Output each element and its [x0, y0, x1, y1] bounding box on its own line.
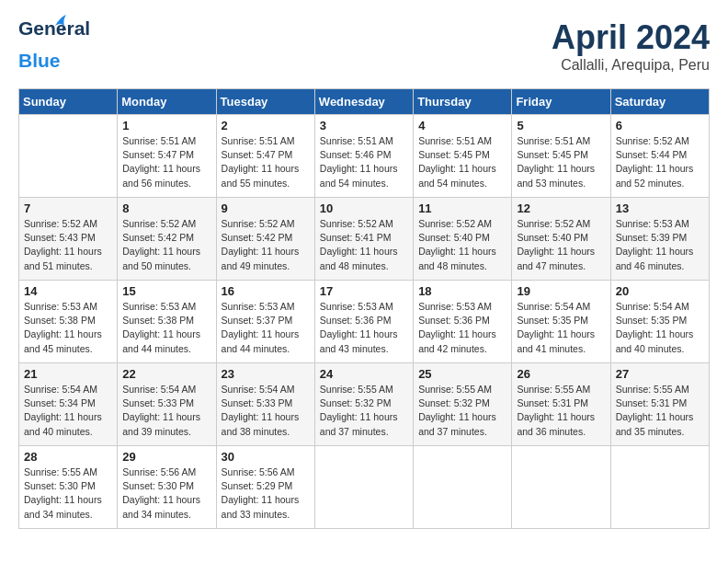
calendar-day-cell: 5Sunrise: 5:51 AM Sunset: 5:45 PM Daylig… — [512, 115, 610, 198]
day-info: Sunrise: 5:54 AM Sunset: 5:35 PM Dayligh… — [517, 300, 605, 356]
calendar-day-cell — [314, 446, 413, 529]
calendar-day-cell — [610, 446, 709, 529]
day-number: 29 — [122, 450, 210, 464]
day-info: Sunrise: 5:52 AM Sunset: 5:42 PM Dayligh… — [222, 217, 310, 273]
day-number: 12 — [517, 201, 605, 215]
calendar-day-cell — [19, 115, 118, 198]
calendar-day-cell: 7Sunrise: 5:52 AM Sunset: 5:43 PM Daylig… — [19, 198, 118, 281]
day-number: 28 — [24, 450, 112, 464]
day-number: 13 — [616, 201, 704, 215]
calendar-day-cell: 22Sunrise: 5:54 AM Sunset: 5:33 PM Dayli… — [118, 363, 216, 446]
day-number: 17 — [320, 284, 408, 298]
calendar-day-cell: 14Sunrise: 5:53 AM Sunset: 5:38 PM Dayli… — [19, 281, 118, 363]
day-number: 22 — [122, 367, 210, 381]
day-info: Sunrise: 5:53 AM Sunset: 5:36 PM Dayligh… — [418, 300, 506, 356]
day-info: Sunrise: 5:55 AM Sunset: 5:31 PM Dayligh… — [517, 383, 605, 439]
calendar-day-cell: 8Sunrise: 5:52 AM Sunset: 5:42 PM Daylig… — [118, 198, 216, 281]
calendar-day-cell: 18Sunrise: 5:53 AM Sunset: 5:36 PM Dayli… — [414, 281, 512, 363]
weekday-header: Thursday — [414, 89, 512, 115]
month-title: April 2024 — [552, 18, 710, 57]
day-info: Sunrise: 5:52 AM Sunset: 5:41 PM Dayligh… — [320, 217, 408, 273]
calendar-week-row: 14Sunrise: 5:53 AM Sunset: 5:38 PM Dayli… — [19, 281, 710, 363]
day-number: 15 — [122, 284, 210, 298]
day-number: 26 — [517, 367, 605, 381]
weekday-header: Wednesday — [314, 89, 413, 115]
logo: General Blue — [18, 18, 61, 72]
calendar-day-cell: 24Sunrise: 5:55 AM Sunset: 5:32 PM Dayli… — [314, 363, 413, 446]
calendar-week-row: 21Sunrise: 5:54 AM Sunset: 5:34 PM Dayli… — [19, 363, 710, 446]
logo-blue: Blue — [18, 50, 61, 72]
day-number: 5 — [517, 119, 605, 132]
day-info: Sunrise: 5:53 AM Sunset: 5:39 PM Dayligh… — [616, 217, 704, 273]
calendar-day-cell — [414, 446, 512, 529]
calendar-day-cell: 27Sunrise: 5:55 AM Sunset: 5:31 PM Dayli… — [610, 363, 709, 446]
calendar-day-cell: 6Sunrise: 5:52 AM Sunset: 5:44 PM Daylig… — [610, 115, 709, 198]
weekday-header: Sunday — [19, 89, 118, 115]
day-info: Sunrise: 5:55 AM Sunset: 5:32 PM Dayligh… — [418, 383, 506, 439]
day-number: 7 — [24, 201, 112, 215]
day-info: Sunrise: 5:55 AM Sunset: 5:32 PM Dayligh… — [320, 383, 408, 439]
day-number: 14 — [24, 284, 112, 298]
calendar-day-cell: 25Sunrise: 5:55 AM Sunset: 5:32 PM Dayli… — [414, 363, 512, 446]
calendar-week-row: 7Sunrise: 5:52 AM Sunset: 5:43 PM Daylig… — [19, 198, 710, 281]
day-number: 27 — [616, 367, 704, 381]
calendar-day-cell: 16Sunrise: 5:53 AM Sunset: 5:37 PM Dayli… — [216, 281, 314, 363]
calendar-week-row: 1Sunrise: 5:51 AM Sunset: 5:47 PM Daylig… — [19, 115, 710, 198]
day-number: 1 — [122, 119, 210, 132]
day-number: 6 — [616, 119, 704, 132]
day-number: 18 — [418, 284, 506, 298]
day-info: Sunrise: 5:55 AM Sunset: 5:31 PM Dayligh… — [616, 383, 704, 439]
day-info: Sunrise: 5:53 AM Sunset: 5:37 PM Dayligh… — [222, 300, 310, 356]
day-info: Sunrise: 5:51 AM Sunset: 5:45 PM Dayligh… — [418, 134, 506, 190]
day-number: 9 — [222, 201, 310, 215]
day-info: Sunrise: 5:53 AM Sunset: 5:38 PM Dayligh… — [122, 300, 210, 356]
weekday-header: Tuesday — [216, 89, 314, 115]
calendar-day-cell: 10Sunrise: 5:52 AM Sunset: 5:41 PM Dayli… — [314, 198, 413, 281]
day-number: 21 — [24, 367, 112, 381]
title-block: April 2024 Callalli, Arequipa, Peru — [552, 18, 710, 74]
calendar-day-cell: 9Sunrise: 5:52 AM Sunset: 5:42 PM Daylig… — [216, 198, 314, 281]
calendar-day-cell: 26Sunrise: 5:55 AM Sunset: 5:31 PM Dayli… — [512, 363, 610, 446]
day-info: Sunrise: 5:51 AM Sunset: 5:46 PM Dayligh… — [320, 134, 408, 190]
day-number: 10 — [320, 201, 408, 215]
day-number: 20 — [616, 284, 704, 298]
calendar-day-cell: 13Sunrise: 5:53 AM Sunset: 5:39 PM Dayli… — [610, 198, 709, 281]
day-info: Sunrise: 5:51 AM Sunset: 5:47 PM Dayligh… — [222, 134, 310, 190]
calendar-day-cell: 1Sunrise: 5:51 AM Sunset: 5:47 PM Daylig… — [118, 115, 216, 198]
day-info: Sunrise: 5:53 AM Sunset: 5:38 PM Dayligh… — [24, 300, 112, 356]
calendar-day-cell — [512, 446, 610, 529]
day-info: Sunrise: 5:52 AM Sunset: 5:43 PM Dayligh… — [24, 217, 112, 273]
day-info: Sunrise: 5:54 AM Sunset: 5:34 PM Dayligh… — [24, 383, 112, 439]
weekday-header: Friday — [512, 89, 610, 115]
calendar-day-cell: 30Sunrise: 5:56 AM Sunset: 5:29 PM Dayli… — [216, 446, 314, 529]
calendar-day-cell: 4Sunrise: 5:51 AM Sunset: 5:45 PM Daylig… — [414, 115, 512, 198]
location: Callalli, Arequipa, Peru — [552, 57, 710, 74]
day-number: 8 — [122, 201, 210, 215]
day-info: Sunrise: 5:52 AM Sunset: 5:40 PM Dayligh… — [418, 217, 506, 273]
day-info: Sunrise: 5:56 AM Sunset: 5:30 PM Dayligh… — [122, 465, 210, 522]
calendar-day-cell: 12Sunrise: 5:52 AM Sunset: 5:40 PM Dayli… — [512, 198, 610, 281]
calendar-day-cell: 15Sunrise: 5:53 AM Sunset: 5:38 PM Dayli… — [118, 281, 216, 363]
calendar-day-cell: 3Sunrise: 5:51 AM Sunset: 5:46 PM Daylig… — [314, 115, 413, 198]
calendar-header-row: SundayMondayTuesdayWednesdayThursdayFrid… — [19, 89, 710, 115]
day-info: Sunrise: 5:53 AM Sunset: 5:36 PM Dayligh… — [320, 300, 408, 356]
weekday-header: Monday — [118, 89, 216, 115]
day-info: Sunrise: 5:54 AM Sunset: 5:33 PM Dayligh… — [122, 383, 210, 439]
day-info: Sunrise: 5:51 AM Sunset: 5:45 PM Dayligh… — [517, 134, 605, 190]
day-number: 4 — [418, 119, 506, 132]
calendar-day-cell: 28Sunrise: 5:55 AM Sunset: 5:30 PM Dayli… — [19, 446, 118, 529]
calendar-table: SundayMondayTuesdayWednesdayThursdayFrid… — [18, 88, 710, 529]
day-number: 2 — [222, 119, 310, 132]
day-number: 23 — [222, 367, 310, 381]
day-number: 19 — [517, 284, 605, 298]
day-number: 3 — [320, 119, 408, 132]
day-info: Sunrise: 5:52 AM Sunset: 5:44 PM Dayligh… — [616, 134, 704, 190]
day-info: Sunrise: 5:52 AM Sunset: 5:42 PM Dayligh… — [122, 217, 210, 273]
page-header: General Blue April 2024 Callalli, Arequi… — [18, 18, 710, 74]
day-number: 30 — [222, 450, 310, 464]
day-number: 25 — [418, 367, 506, 381]
calendar-day-cell: 29Sunrise: 5:56 AM Sunset: 5:30 PM Dayli… — [118, 446, 216, 529]
calendar-day-cell: 17Sunrise: 5:53 AM Sunset: 5:36 PM Dayli… — [314, 281, 413, 363]
calendar-day-cell: 19Sunrise: 5:54 AM Sunset: 5:35 PM Dayli… — [512, 281, 610, 363]
calendar-day-cell: 23Sunrise: 5:54 AM Sunset: 5:33 PM Dayli… — [216, 363, 314, 446]
